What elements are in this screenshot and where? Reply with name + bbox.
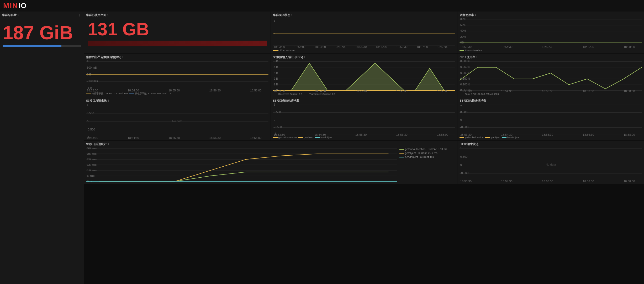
- legend-headobject3: headobject Current: 0 s: [399, 156, 453, 159]
- svg-text:10 ms: 10 ms: [87, 169, 97, 172]
- panel-s3-latency-title: S3接口延迟统计 ℹ: [86, 142, 455, 146]
- svg-text:500 mB: 500 mB: [87, 66, 97, 69]
- panel-s3-current-requests: S3接口当前总请求数 1 0.500 0 -0.500 -1: [271, 97, 457, 140]
- sidebar-title: 集群总容量 ℹ: [2, 13, 19, 17]
- legend-transmit-dot: [86, 94, 91, 94]
- instance-status-title-text: 集群实例状态: [273, 13, 290, 17]
- svg-text:18:54:30: 18:54:30: [128, 89, 139, 91]
- svg-text:0.300%: 0.300%: [460, 60, 470, 63]
- legend-cpu-dot: [460, 94, 464, 94]
- svg-text:0.500: 0.500: [460, 111, 468, 114]
- svg-text:0.500: 0.500: [87, 111, 94, 114]
- svg-text:18:56:30: 18:56:30: [396, 90, 407, 92]
- sidebar-panel: 集群总容量 ℹ ⋮ 187 GiB: [0, 12, 84, 284]
- legend-headobject1-dot: [315, 137, 320, 138]
- legend-received-label: Received: Current: 0 B: [278, 93, 302, 95]
- legend-cpu-label: Total CPU 192.168.255.45:9000: [465, 93, 499, 95]
- legend-headobject3-dot: [399, 157, 404, 157]
- legend-getbucketloc1-dot: [273, 137, 278, 138]
- svg-text:0.500: 0.500: [273, 111, 281, 114]
- svg-text:18:58:00: 18:58:00: [624, 90, 635, 92]
- svg-text:18:58:00: 18:58:00: [624, 46, 635, 49]
- legend-getbucketloc2-dot: [460, 137, 464, 138]
- panel-s3-latency: S3接口延迟统计 ℹ 30 ms: [84, 141, 457, 184]
- legend-getbucketloc1: getbucketlocation: [273, 136, 297, 139]
- svg-text:0 s: 0 s: [87, 180, 92, 182]
- logo: MINIO: [3, 2, 27, 10]
- panel-cpu-usage-title: CPU 使用率 ℹ: [460, 55, 642, 59]
- s3-latency-chart: 30 ms 25 ms 20 ms 15 ms 10 ms 5 ms 0 s: [86, 147, 397, 182]
- legend-getbucketloc3-label: getbucketlocation Current: 9.59 ms: [405, 148, 447, 151]
- panel-cluster-usage: 集群已使用空间 ℹ 131 GB: [84, 12, 271, 53]
- cluster-usage-value: 131 GB: [86, 18, 268, 40]
- legend-getobject2-label: getobject: [490, 136, 500, 139]
- s3-io-svg: 5 B 4 B 3 B 2 B 1 B 0 B 18:53:30 18:54: [273, 60, 455, 92]
- svg-text:18:55:30: 18:55:30: [168, 89, 180, 91]
- panel-instance-status: 集群实例状态 ℹ 1 0 18:53:30: [271, 12, 457, 53]
- svg-text:18:58:00: 18:58:00: [250, 89, 261, 91]
- legend-getobject3-dot: [399, 153, 404, 154]
- svg-text:18:56:30: 18:56:30: [277, 182, 291, 182]
- svg-text:18:54:30: 18:54:30: [314, 133, 326, 136]
- svg-text:1: 1: [460, 147, 462, 150]
- legend-offline-dot: [273, 50, 278, 51]
- svg-text:0: 0: [460, 118, 462, 121]
- svg-text:18:54:30: 18:54:30: [314, 46, 326, 49]
- instance-status-chart: 1 0 18:53:30 18:54:00 18:54:30 18:55:00 …: [273, 18, 455, 49]
- panel-internal-transfer: 集群内部节点数据传输(B/s) ℹ 1B 500 mB 0 B -500 mB: [84, 54, 271, 97]
- svg-text:5 B: 5 B: [273, 60, 278, 63]
- svg-text:18:55:30: 18:55:30: [233, 182, 247, 182]
- svg-text:1: 1: [460, 103, 462, 106]
- legend-getbucketloc1-label: getbucketlocation: [278, 136, 297, 139]
- internal-transfer-info-icon: ℹ: [122, 56, 123, 59]
- svg-text:2 B: 2 B: [273, 77, 278, 80]
- svg-text:18:54:00: 18:54:00: [144, 182, 158, 182]
- cpu-usage-info-icon: ℹ: [476, 56, 477, 59]
- http-status-title-text: HTTP请求状态: [460, 142, 479, 146]
- svg-text:1: 1: [273, 19, 275, 22]
- svg-text:-0.500: -0.500: [273, 126, 282, 129]
- svg-text:60%: 60%: [460, 23, 466, 26]
- svg-text:18:56:30: 18:56:30: [209, 89, 221, 91]
- http-status-nodata: No data: [546, 163, 556, 166]
- svg-text:18:56:30: 18:56:30: [209, 136, 221, 139]
- legend-receive-label: 接收字节数: Current: 0 B Total: 0 B: [135, 92, 171, 95]
- disk-usage-info-icon: ℹ: [475, 14, 476, 17]
- svg-text:18:58:00: 18:58:00: [437, 46, 448, 49]
- svg-text:0%: 0%: [460, 41, 464, 44]
- svg-text:18:53:30: 18:53:30: [273, 133, 285, 136]
- legend-getbucketloc2-label: getbucketlocation: [465, 136, 483, 139]
- svg-text:18:54:30: 18:54:30: [501, 46, 513, 49]
- panel-cluster-usage-title: 集群已使用空间 ℹ: [86, 13, 268, 17]
- svg-text:18:58:00: 18:58:00: [437, 90, 448, 92]
- svg-text:18:55:30: 18:55:30: [355, 133, 367, 136]
- svg-text:80%: 80%: [460, 18, 466, 20]
- svg-text:-0.500: -0.500: [460, 171, 468, 174]
- svg-text:18:55:30: 18:55:30: [355, 46, 367, 49]
- svg-text:18:56:30: 18:56:30: [583, 133, 594, 136]
- s3-error-svg: 1 0.500 0 -0.500 -1 18:53:30 18:54:30 18…: [460, 103, 642, 136]
- svg-text:18:53:30: 18:53:30: [87, 136, 98, 139]
- legend-received-dot: [273, 94, 278, 94]
- legend-getbucketloc2: getbucketlocation: [460, 136, 483, 139]
- internal-transfer-title-text: 集群内部节点数据传输(B/s): [86, 55, 121, 59]
- svg-text:18:57:30: 18:57:30: [322, 182, 336, 182]
- capacity-bar-fill: [3, 45, 61, 47]
- sidebar-info-icon: ℹ: [18, 14, 19, 17]
- sidebar-more-icon[interactable]: ⋮: [78, 13, 82, 18]
- internal-transfer-svg: 1B 500 mB 0 B -500 mB -1 B 18:53:30 18:5…: [86, 60, 268, 91]
- panel-s3-error-requests: S3接口总错误请求数 1 0.500 0 -0.500 -1: [457, 97, 644, 140]
- svg-text:20 ms: 20 ms: [87, 158, 97, 161]
- svg-text:1 B: 1 B: [273, 83, 278, 86]
- instance-status-legend: Offline instance: [273, 49, 455, 52]
- s3-io-chart: 5 B 4 B 3 B 2 B 1 B 0 B 18:53:30 18:54: [273, 60, 455, 92]
- svg-text:18:53:30: 18:53:30: [273, 46, 285, 49]
- svg-text:18:58:00: 18:58:00: [437, 133, 448, 136]
- legend-getbucketloc3: getbucketlocation Current: 9.59 ms: [399, 148, 453, 151]
- legend-getobject1-dot: [298, 137, 303, 138]
- legend-getbucketloc3-dot: [399, 149, 404, 150]
- svg-text:3 B: 3 B: [273, 71, 278, 74]
- svg-text:18:56:30: 18:56:30: [583, 46, 594, 49]
- legend-total-cpu: Total CPU 192.168.255.45:9000: [460, 93, 499, 95]
- disk-usage-title-text: 硬盘使用率: [460, 13, 474, 17]
